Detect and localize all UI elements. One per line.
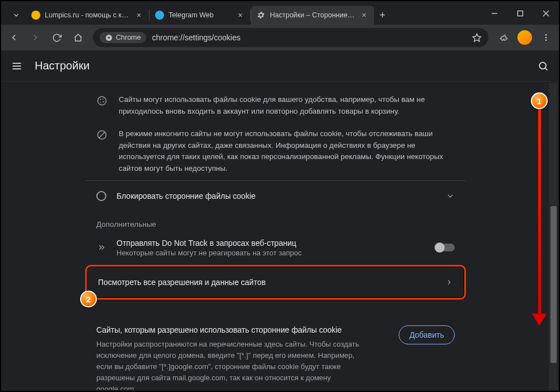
bookmark-icon[interactable] — [472, 33, 482, 43]
titlebar: Lumpics.ru - помощь с компью × Telegram … — [1, 1, 559, 25]
svg-point-18 — [102, 101, 104, 102]
cookie-icon — [96, 94, 109, 117]
view-all-site-data-link[interactable]: Посмотреть все разрешения и данные сайто… — [85, 265, 466, 300]
reload-button[interactable] — [47, 28, 66, 47]
svg-point-7 — [545, 34, 547, 36]
close-window-button[interactable] — [533, 2, 559, 25]
close-icon[interactable]: × — [360, 11, 368, 20]
settings-content: Сайты могут использовать файлы cookie дл… — [2, 83, 549, 390]
toggle-subtitle: Некоторые сайты могут не реагировать на … — [116, 249, 426, 257]
svg-point-15 — [98, 97, 106, 105]
scrollbar[interactable] — [549, 83, 558, 390]
section-heading: Сайты, которым разрешено использовать ст… — [96, 325, 360, 334]
do-not-track-row[interactable]: Отправлять Do Not Track в запросах веб-с… — [85, 231, 466, 265]
favicon-icon — [155, 11, 164, 20]
tab-label: Telegram Web — [169, 11, 231, 19]
tab-label: Настройки – Сторонние файл — [270, 11, 355, 19]
annotation-badge-2: 2 — [80, 291, 97, 307]
chrome-icon — [105, 34, 113, 41]
svg-marker-6 — [473, 34, 480, 41]
svg-point-13 — [539, 62, 546, 69]
close-icon[interactable]: × — [134, 11, 143, 20]
minimize-button[interactable] — [482, 2, 507, 25]
annotation-arrow — [538, 100, 541, 318]
url-text: chrome://settings/cookies — [152, 33, 466, 42]
cookie-info: Сайты могут использовать файлы cookie дл… — [85, 88, 466, 123]
info-text: Сайты могут использовать файлы cookie дл… — [119, 94, 455, 117]
svg-point-19 — [100, 102, 101, 103]
third-party-allow-section: Сайты, которым разрешено использовать ст… — [85, 316, 466, 390]
block-icon — [96, 128, 109, 174]
address-bar[interactable]: Chrome chrome://settings/cookies — [93, 28, 488, 47]
info-text: В режиме инкогнито сайты не могут исполь… — [119, 128, 455, 174]
option-label: Блокировать сторонние файлы cookie — [116, 192, 436, 200]
search-icon[interactable] — [538, 60, 549, 72]
section-label: Дополнительные — [85, 211, 466, 231]
svg-point-9 — [545, 39, 547, 41]
settings-header: Настройки — [1, 50, 559, 82]
block-third-party-option[interactable]: Блокировать сторонние файлы cookie — [85, 180, 466, 211]
window-controls — [482, 2, 559, 25]
home-button[interactable] — [68, 28, 87, 47]
incognito-info: В режиме инкогнито сайты не могут исполь… — [85, 123, 466, 180]
link-label: Посмотреть все разрешения и данные сайто… — [98, 278, 445, 287]
maximize-button[interactable] — [507, 2, 533, 25]
scroll-thumb[interactable] — [550, 206, 557, 363]
menu-button[interactable] — [536, 28, 556, 47]
back-button[interactable] — [4, 28, 24, 47]
close-icon[interactable]: × — [236, 11, 245, 20]
annotation-arrowhead — [532, 314, 547, 326]
hamburger-icon[interactable] — [11, 60, 22, 72]
svg-line-14 — [545, 68, 548, 70]
new-tab-button[interactable]: + — [374, 6, 391, 25]
section-description: Настройки распространяются на перечислен… — [96, 339, 360, 390]
svg-point-16 — [100, 99, 101, 100]
page-title: Настройки — [35, 59, 90, 72]
svg-point-8 — [545, 37, 547, 39]
tab-telegram[interactable]: Telegram Web × — [150, 6, 250, 25]
chevron-down-icon — [446, 192, 455, 200]
toolbar: Chrome chrome://settings/cookies — [1, 25, 559, 50]
tab-label: Lumpics.ru - помощь с компью — [45, 11, 130, 19]
toggle-title: Отправлять Do Not Track в запросах веб-с… — [116, 239, 426, 248]
avatar-icon — [517, 30, 532, 45]
chip-label: Chrome — [116, 34, 141, 41]
extensions-button[interactable] — [494, 28, 513, 47]
svg-rect-1 — [518, 11, 523, 16]
svg-line-21 — [99, 132, 105, 138]
site-chip[interactable]: Chrome — [100, 32, 146, 43]
radio-icon[interactable] — [96, 191, 106, 201]
tab-search-icon[interactable] — [7, 6, 26, 25]
profile-button[interactable] — [515, 28, 534, 47]
toggle-switch[interactable] — [436, 244, 455, 251]
tab-settings[interactable]: Настройки – Сторонние файл × — [251, 6, 374, 25]
tab-lumpics[interactable]: Lumpics.ru - помощь с компью × — [26, 6, 149, 25]
svg-point-5 — [108, 36, 110, 39]
chevron-right-icon — [445, 278, 453, 286]
favicon-icon — [31, 11, 40, 20]
svg-point-17 — [102, 99, 104, 100]
share-icon — [96, 242, 106, 253]
gear-icon — [256, 11, 265, 20]
add-button[interactable]: Добавить — [399, 325, 455, 344]
annotation-badge-1: 1 — [531, 92, 548, 109]
forward-button[interactable] — [26, 28, 45, 47]
